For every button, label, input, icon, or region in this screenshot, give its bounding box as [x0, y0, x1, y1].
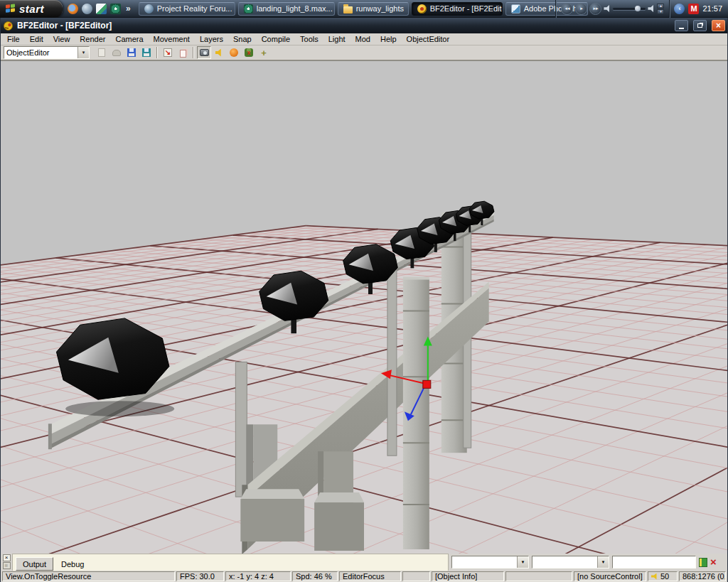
editor-mode-combobox[interactable]: ▼ — [4, 46, 90, 59]
tab-debug[interactable]: Debug — [55, 557, 90, 571]
new-button[interactable] — [95, 46, 109, 59]
media-previous-button[interactable]: ◂◂ — [561, 3, 573, 15]
console-filter-combobox-2[interactable]: ▼ — [532, 556, 609, 568]
toggle-ai-button[interactable] — [227, 46, 241, 59]
rail-end-cap — [48, 424, 52, 449]
task-runway-lights-folder[interactable]: runway_lights — [338, 2, 409, 16]
task-landing-light-max[interactable]: landing_light_8.max... — [238, 2, 335, 16]
duplicate-button[interactable] — [176, 46, 190, 59]
volume-high-icon — [648, 5, 655, 12]
menu-item-objecteditor[interactable]: ObjectEditor — [402, 34, 455, 44]
start-button[interactable]: start — [0, 0, 63, 18]
internet-explorer-icon — [144, 4, 154, 14]
console-filter-2-value[interactable] — [532, 556, 597, 568]
status-message: View.OnToggleResource — [2, 571, 175, 581]
toggle-soldier-button[interactable]: x — [242, 46, 256, 59]
console-filter-combobox-1[interactable]: ▼ — [451, 556, 529, 568]
media-toolbar: ◂◂ ▸ ▸▸ ▲▼ — [555, 0, 669, 18]
desktop-screen: start » Project Reality Foru... landing_… — [0, 0, 728, 582]
menu-item-help[interactable]: Help — [375, 34, 402, 44]
combobox-dropdown-arrow[interactable]: ▼ — [517, 556, 528, 568]
spin-up-button[interactable]: ▲ — [657, 4, 664, 9]
hand-icon — [112, 50, 121, 56]
task-bf2editor-active[interactable]: BF2Editor - [BF2Editor] — [412, 2, 503, 16]
menu-item-snap[interactable]: Snap — [228, 34, 257, 44]
media-play-button[interactable]: ▸ — [575, 3, 587, 15]
toggle-effects-button[interactable]: + — [257, 46, 271, 59]
toolbar-separator — [156, 47, 158, 58]
task-label: Project Reality Foru... — [157, 4, 232, 13]
graphics-app-icon[interactable] — [96, 4, 107, 14]
volume-slider[interactable] — [613, 8, 646, 10]
media-spinner: ▲▼ — [657, 4, 664, 14]
menu-item-camera[interactable]: Camera — [110, 34, 148, 44]
task-label: landing_light_8.max... — [257, 4, 333, 13]
combobox-dropdown-arrow[interactable]: ▼ — [597, 556, 609, 568]
task-label: runway_lights — [356, 4, 404, 13]
quick-launch-bar: » — [63, 4, 137, 14]
steel-post-mid — [387, 260, 397, 456]
title-bar: BF2Editor - [BF2Editor] × — [1, 18, 727, 33]
volume-value: 50 — [660, 572, 669, 581]
minimize-button[interactable] — [675, 20, 688, 31]
menu-item-edit[interactable]: Edit — [25, 34, 48, 44]
console-controls: ▼ ▼ × — [449, 554, 727, 571]
status-empty — [505, 571, 572, 581]
close-button[interactable]: × — [712, 20, 725, 31]
tab-output[interactable]: Output — [16, 557, 53, 571]
status-bar: View.OnToggleResource FPS: 30.0 x: -1 y:… — [1, 571, 727, 582]
task-project-reality[interactable]: Project Reality Foru... — [139, 2, 235, 16]
pick-button[interactable] — [109, 46, 124, 59]
output-tabstrip: Output Debug — [12, 554, 449, 571]
status-speed: Spd: 46 % — [292, 571, 338, 581]
menu-item-file[interactable]: File — [2, 34, 25, 44]
volume-slider-thumb[interactable] — [635, 6, 641, 11]
toggle-render-button[interactable] — [197, 46, 211, 59]
3dsmax-icon[interactable] — [110, 4, 121, 14]
quick-launch-overflow-chevron[interactable]: » — [124, 4, 132, 14]
bf2editor-window: BF2Editor - [BF2Editor] × File Edit View… — [0, 18, 728, 582]
menu-item-layers[interactable]: Layers — [195, 34, 228, 44]
taskbar-buttons: Project Reality Foru... landing_light_8.… — [137, 2, 556, 16]
menu-item-render[interactable]: Render — [75, 34, 110, 44]
save-all-button[interactable] — [139, 46, 154, 59]
menu-item-movement[interactable]: Movement — [149, 34, 195, 44]
output-panel: × ■ Output Debug ▼ ▼ × — [1, 554, 727, 571]
menu-item-view[interactable]: View — [48, 34, 75, 44]
log-book-icon[interactable] — [699, 558, 707, 567]
footing-center-top — [314, 492, 364, 502]
footing-left-front — [240, 499, 304, 541]
media-next-button[interactable]: ▸▸ — [589, 3, 601, 15]
menu-item-compile[interactable]: Compile — [257, 34, 295, 44]
messenger-icon[interactable] — [82, 4, 92, 14]
menu-item-mod[interactable]: Mod — [350, 34, 375, 44]
combobox-dropdown-arrow[interactable]: ▼ — [77, 47, 89, 58]
import-button[interactable]: ↘ — [161, 46, 175, 59]
save-button[interactable] — [124, 46, 139, 59]
gizmo-origin-handle[interactable] — [423, 380, 431, 388]
editor-mode-value[interactable] — [4, 47, 77, 58]
output-close-button[interactable]: × — [3, 554, 11, 561]
toggle-sound-button[interactable] — [212, 46, 226, 59]
clear-console-button[interactable]: × — [710, 557, 717, 567]
tray-collapse-chevron[interactable]: ‹ — [674, 4, 685, 14]
output-pin-button[interactable]: ■ — [3, 562, 11, 569]
toolbar: ▼ ↘ x + — [1, 45, 727, 60]
console-command-input[interactable] — [612, 556, 696, 568]
save-all-icon — [142, 48, 151, 57]
console-filter-1-value[interactable] — [452, 556, 517, 568]
status-fps: FPS: 30.0 — [176, 571, 224, 581]
photoshop-icon — [511, 4, 520, 14]
firefox-icon[interactable] — [68, 4, 78, 14]
viewport-canvas[interactable] — [1, 61, 727, 554]
status-coordinates: x: -1 y: 4 z: 4 — [225, 571, 291, 581]
menu-item-light[interactable]: Light — [323, 34, 350, 44]
3d-viewport[interactable] — [1, 60, 727, 554]
lion-icon — [230, 48, 238, 57]
system-tray: ‹ M 21:57 — [669, 0, 728, 18]
restore-button[interactable] — [693, 20, 707, 31]
spin-down-button[interactable]: ▼ — [657, 9, 664, 14]
messenger-tray-icon[interactable]: M — [688, 4, 699, 14]
menu-item-tools[interactable]: Tools — [295, 34, 323, 44]
save-icon — [127, 48, 136, 57]
